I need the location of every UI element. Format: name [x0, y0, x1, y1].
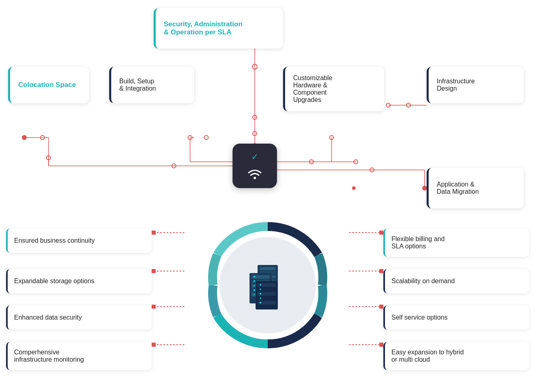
colocation-label: Colocation Space — [18, 81, 76, 89]
svg-rect-79 — [379, 343, 383, 347]
svg-point-20 — [330, 136, 334, 140]
benefit-self-service-label: Self service options — [391, 314, 448, 321]
svg-point-21 — [309, 160, 313, 164]
security-label: Security, Administration & Operation per… — [164, 20, 243, 36]
svg-point-52 — [254, 294, 255, 295]
svg-point-28 — [352, 186, 355, 190]
svg-point-2 — [253, 115, 257, 119]
benefit-easy-expansion: Easy expansion to hybrid or multi cloud — [383, 342, 529, 370]
build-box: Build, Setup & Integration — [109, 67, 194, 103]
benefit-expandable-label: Expandable storage options — [14, 278, 94, 285]
benefit-scalability: Scalability on demand — [383, 269, 529, 293]
benefit-scalability-label: Scalability on demand — [391, 278, 455, 285]
circular-diagram — [201, 218, 334, 352]
svg-point-31 — [406, 103, 410, 107]
svg-point-15 — [188, 136, 192, 140]
svg-point-59 — [260, 284, 261, 286]
svg-point-23 — [354, 160, 358, 164]
benefit-enhanced: Enhanced data security — [6, 305, 152, 330]
security-box: Security, Administration & Operation per… — [154, 8, 283, 49]
build-label: Build, Setup & Integration — [119, 78, 156, 92]
svg-point-48 — [254, 276, 255, 278]
svg-point-51 — [254, 289, 255, 291]
colocation-box: Colocation Space — [8, 67, 89, 103]
benefit-enhanced-label: Enhanced data security — [14, 314, 82, 321]
svg-point-8 — [22, 136, 26, 140]
migration-box: Application & Data Migration — [427, 168, 524, 208]
benefit-ensured: Ensured business continuity — [6, 229, 152, 253]
svg-point-10 — [47, 156, 51, 160]
benefit-comprehensive: Comperhensive infrastructure monitoring — [6, 342, 152, 370]
svg-point-3 — [253, 131, 257, 136]
svg-point-11 — [172, 164, 176, 168]
svg-point-26 — [423, 186, 427, 190]
svg-rect-65 — [152, 231, 156, 235]
benefit-self-service: Self service options — [383, 305, 529, 330]
server-illustration — [235, 253, 300, 318]
svg-rect-67 — [152, 269, 156, 273]
svg-rect-75 — [379, 269, 383, 273]
benefit-comprehensive-label: Comperhensive infrastructure monitoring — [14, 349, 84, 363]
svg-point-61 — [260, 293, 261, 295]
migration-label: Application & Data Migration — [437, 181, 479, 195]
check-icon: ✓ — [251, 152, 258, 162]
benefit-expandable: Expandable storage options — [6, 269, 152, 293]
svg-point-1 — [252, 64, 257, 69]
svg-rect-36 — [260, 267, 276, 270]
svg-point-63 — [260, 302, 261, 303]
device-icon: ✓ — [233, 144, 277, 188]
svg-point-49 — [254, 280, 255, 282]
svg-rect-69 — [152, 305, 156, 309]
infra-box: Infrastructure Design — [427, 67, 524, 103]
hardware-label: Customizable Hardware & Component Upgrad… — [293, 74, 332, 104]
svg-point-60 — [260, 288, 261, 290]
svg-point-32 — [254, 177, 256, 179]
benefit-easy-expansion-label: Easy expansion to hybrid or multi cloud — [391, 349, 464, 363]
svg-point-7 — [40, 136, 44, 140]
benefit-flexible: Flexible billing and SLA options — [383, 229, 529, 257]
hardware-box: Customizable Hardware & Component Upgrad… — [283, 67, 384, 111]
benefit-ensured-label: Ensured business continuity — [14, 237, 95, 244]
infra-label: Infrastructure Design — [437, 78, 475, 92]
wifi-icon — [245, 165, 265, 180]
svg-point-27 — [370, 168, 374, 172]
svg-point-30 — [386, 103, 390, 107]
svg-rect-73 — [379, 231, 383, 235]
svg-point-16 — [204, 136, 208, 140]
svg-point-62 — [260, 297, 261, 299]
diagram-container: Security, Administration & Operation per… — [0, 0, 535, 392]
svg-point-50 — [254, 285, 255, 286]
svg-rect-77 — [379, 305, 383, 309]
benefit-flexible-label: Flexible billing and SLA options — [391, 235, 445, 250]
svg-rect-71 — [152, 343, 156, 347]
